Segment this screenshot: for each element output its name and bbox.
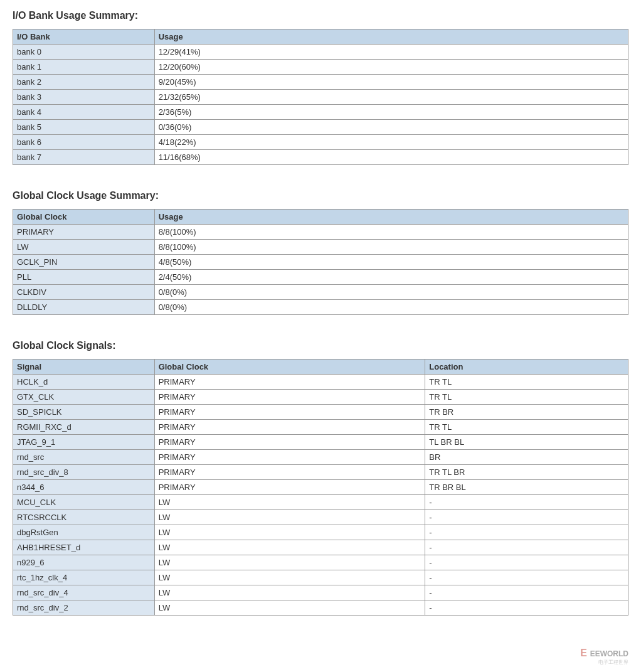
table-label-cell: bank 0 [13,45,155,60]
table-label-cell: RGMII_RXC_d [13,420,155,435]
table-header-cell: Global Clock [154,360,425,375]
table-row: bank 64/18(22%) [13,135,628,150]
table-value-cell: 0/8(0%) [154,285,628,300]
table-label-cell: bank 4 [13,105,155,120]
table-value-cell: TL BR BL [425,435,628,450]
table-row: rnd_srcPRIMARYBR [13,450,628,465]
table-row: CLKDIV0/8(0%) [13,285,628,300]
table-label-cell: GTX_CLK [13,390,155,405]
table-value-cell: LW [154,525,425,540]
table-header-cell: Signal [13,360,155,375]
table-row: bank 29/20(45%) [13,75,628,90]
table-label-cell: n929_6 [13,555,155,570]
table-row: n344_6PRIMARYTR BR BL [13,480,628,495]
table-value-cell: 0/8(0%) [154,300,628,315]
table-label-cell: RTCSRCCLK [13,510,155,525]
global-clock-signals-section: Global Clock Signals: SignalGlobal Clock… [13,340,628,616]
table-value-cell: LW [154,585,425,600]
table-label-cell: CLKDIV [13,285,155,300]
table-label-cell: dbgRstGen [13,525,155,540]
table-row: bank 50/36(0%) [13,120,628,135]
table-row: GTX_CLKPRIMARYTR TL [13,390,628,405]
global-clock-signals-title: Global Clock Signals: [13,340,628,351]
table-row: AHB1HRESET_dLW- [13,540,628,555]
table-value-cell: PRIMARY [154,390,425,405]
table-value-cell: - [425,555,628,570]
table-label-cell: MCU_CLK [13,495,155,510]
table-label-cell: bank 3 [13,90,155,105]
table-header-row: Global ClockUsage [13,210,628,225]
table-value-cell: TR TL [425,375,628,390]
watermark-logo-icon: E [580,648,587,651]
table-row: bank 321/32(65%) [13,90,628,105]
table-label-cell: JTAG_9_1 [13,435,155,450]
table-label-cell: rnd_src [13,450,155,465]
table-label-cell: rnd_src_div_4 [13,585,155,600]
table-value-cell: 11/16(68%) [154,150,628,165]
table-row: rtc_1hz_clk_4LW- [13,570,628,585]
table-value-cell: 12/20(60%) [154,60,628,75]
table-header-cell: I/O Bank [13,29,155,45]
table-value-cell: PRIMARY [154,420,425,435]
table-label-cell: DLLDLY [13,300,155,315]
table-row: bank 42/36(5%) [13,105,628,120]
table-value-cell: PRIMARY [154,450,425,465]
io-bank-title: I/O Bank Usage Summary: [13,10,628,21]
table-value-cell: LW [154,555,425,570]
table-label-cell: HCLK_d [13,375,155,390]
table-value-cell: LW [154,510,425,525]
table-value-cell: - [425,570,628,585]
table-row: n929_6LW- [13,555,628,570]
table-value-cell: 0/36(0%) [154,120,628,135]
table-value-cell: BR [425,450,628,465]
table-value-cell: - [425,540,628,555]
table-value-cell: 4/18(22%) [154,135,628,150]
table-label-cell: n344_6 [13,480,155,495]
table-row: dbgRstGenLW- [13,525,628,540]
global-clock-usage-title: Global Clock Usage Summary: [13,190,628,201]
table-row: RTCSRCCLKLW- [13,510,628,525]
table-value-cell: LW [154,495,425,510]
table-value-cell: 8/8(100%) [154,240,628,255]
global-clock-signals-table: SignalGlobal ClockLocationHCLK_dPRIMARYT… [13,359,628,616]
table-header-row: I/O BankUsage [13,29,628,45]
table-row: rnd_src_div_8PRIMARYTR TL BR [13,465,628,480]
table-label-cell: LW [13,240,155,255]
table-value-cell: LW [154,570,425,585]
table-label-cell: rnd_src_div_2 [13,600,155,616]
table-value-cell: TR BR [425,405,628,420]
table-value-cell: - [425,525,628,540]
table-row: HCLK_dPRIMARYTR TL [13,375,628,390]
table-value-cell: 2/4(50%) [154,270,628,285]
table-value-cell: PRIMARY [154,435,425,450]
table-value-cell: 12/29(41%) [154,45,628,60]
io-bank-table: I/O BankUsagebank 012/29(41%)bank 112/20… [13,29,628,165]
table-row: RGMII_RXC_dPRIMARYTR TL [13,420,628,435]
table-value-cell: 9/20(45%) [154,75,628,90]
table-label-cell: GCLK_PIN [13,255,155,270]
table-row: SD_SPICLKPRIMARYTR BR [13,405,628,420]
table-row: PRIMARY8/8(100%) [13,225,628,240]
table-label-cell: rtc_1hz_clk_4 [13,570,155,585]
table-header-row: SignalGlobal ClockLocation [13,360,628,375]
table-value-cell: PRIMARY [154,465,425,480]
table-row: bank 112/20(60%) [13,60,628,75]
io-bank-section: I/O Bank Usage Summary: I/O BankUsageban… [13,10,628,165]
table-row: bank 711/16(68%) [13,150,628,165]
table-value-cell: - [425,510,628,525]
table-label-cell: bank 6 [13,135,155,150]
table-value-cell: TR BR BL [425,480,628,495]
table-label-cell: PLL [13,270,155,285]
table-value-cell: PRIMARY [154,405,425,420]
table-value-cell: - [425,585,628,600]
table-value-cell: TR TL BR [425,465,628,480]
table-value-cell: 21/32(65%) [154,90,628,105]
table-row: rnd_src_div_2LW- [13,600,628,616]
table-row: rnd_src_div_4LW- [13,585,628,600]
table-row: bank 012/29(41%) [13,45,628,60]
table-row: GCLK_PIN4/8(50%) [13,255,628,270]
table-value-cell: TR TL [425,390,628,405]
watermark: E EEWORLD 电子工程世界 [580,648,628,651]
table-value-cell: LW [154,540,425,555]
global-clock-usage-section: Global Clock Usage Summary: Global Clock… [13,190,628,315]
